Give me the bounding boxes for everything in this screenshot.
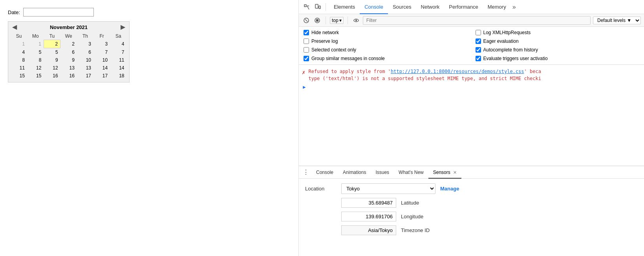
calendar-day[interactable]: 7 xyxy=(110,48,126,57)
calendar-day[interactable]: 8 xyxy=(11,56,27,64)
calendar: ◀ November 2021 ▶ Su Mo Tu We Th Fr Sa 1… xyxy=(8,21,130,82)
latitude-input[interactable] xyxy=(341,198,396,208)
calendar-day[interactable]: 11 xyxy=(11,64,27,72)
location-select[interactable]: Tokyo Berlin London Mumbai New York São … xyxy=(341,183,435,194)
error-link[interactable]: http://127.0.0.1:8000/resources/demos/st… xyxy=(391,69,524,74)
calendar-day[interactable]: 4 xyxy=(11,48,27,57)
calendar-day[interactable]: 17 xyxy=(77,72,93,80)
calendar-day[interactable]: 4 xyxy=(110,40,126,48)
toolbar-divider-2 xyxy=(326,16,326,24)
location-label: Location xyxy=(305,186,337,192)
day-header-tu: Tu xyxy=(44,33,60,40)
day-header-th: Th xyxy=(77,33,93,40)
drawer-tab-console[interactable]: Console xyxy=(311,166,338,179)
timezone-input[interactable] xyxy=(341,225,396,235)
drawer-tab-issues[interactable]: Issues xyxy=(371,166,394,179)
next-month-button[interactable]: ▶ xyxy=(119,24,127,30)
evaluate-triggers-checkbox[interactable] xyxy=(476,56,481,61)
calendar-day[interactable]: 5 xyxy=(44,48,60,57)
tab-memory[interactable]: Memory xyxy=(483,0,511,14)
sensors-tab-close[interactable]: ✕ xyxy=(453,170,457,175)
filter-input[interactable] xyxy=(365,17,589,24)
calendar-day[interactable]: 14 xyxy=(93,64,110,72)
preserve-log-label: Preserve log xyxy=(311,38,338,44)
eye-button[interactable] xyxy=(352,17,360,24)
toolbar-divider-1 xyxy=(326,3,326,11)
calendar-day[interactable]: 8 xyxy=(27,56,44,64)
calendar-day[interactable]: 15 xyxy=(27,72,44,80)
calendar-day[interactable]: 12 xyxy=(27,64,44,72)
day-header-mo: Mo xyxy=(27,33,44,40)
drawer-tab-whatsnew[interactable]: What's New xyxy=(394,166,428,179)
group-similar-checkbox[interactable] xyxy=(304,56,309,61)
day-header-su: Su xyxy=(11,33,27,40)
clear-console-button[interactable] xyxy=(302,17,311,24)
autocomplete-checkbox[interactable] xyxy=(476,47,481,53)
calendar-day[interactable]: 17 xyxy=(93,72,110,80)
calendar-day[interactable]: 1 xyxy=(11,40,27,48)
sensors-panel: Location Tokyo Berlin London Mumbai New … xyxy=(299,179,644,240)
selected-context-checkbox[interactable] xyxy=(304,47,309,53)
calendar-day[interactable]: 18 xyxy=(110,72,126,80)
devtools-tabbar: Elements Console Sources Network Perform… xyxy=(299,0,644,14)
eager-eval-checkbox[interactable] xyxy=(476,38,481,44)
preserve-log-checkbox[interactable] xyxy=(304,38,309,44)
eager-eval-row: Eager evaluation xyxy=(476,38,640,44)
calendar-day[interactable]: 6 xyxy=(77,48,93,57)
calendar-day[interactable]: 13 xyxy=(60,64,77,72)
drawer-tab-sensors[interactable]: Sensors ✕ xyxy=(428,166,461,179)
log-xml-label: Log XMLHttpRequests xyxy=(483,30,531,35)
filter-box xyxy=(363,16,591,25)
calendar-day[interactable]: 5 xyxy=(27,48,44,57)
manage-button[interactable]: Manage xyxy=(440,186,459,192)
longitude-label: Longitude xyxy=(401,214,423,219)
device-toolbar-button[interactable] xyxy=(313,2,322,12)
bottom-drawer: ⋮ Console Animations Issues What's New S… xyxy=(299,166,644,256)
calendar-day[interactable]: 1 xyxy=(27,40,44,48)
svg-point-8 xyxy=(355,20,357,21)
calendar-day[interactable]: 10 xyxy=(93,56,110,64)
tab-console[interactable]: Console xyxy=(360,0,388,14)
drawer-tab-animations[interactable]: Animations xyxy=(338,166,371,179)
prev-month-button[interactable]: ◀ xyxy=(11,24,18,30)
error-icon: ✗ xyxy=(302,68,305,82)
toolbar-divider-3 xyxy=(348,16,348,24)
calendar-day[interactable]: 7 xyxy=(93,48,110,57)
tab-elements[interactable]: Elements xyxy=(329,0,360,14)
inspect-element-button[interactable] xyxy=(302,2,311,12)
top-selector[interactable]: top ▾ xyxy=(330,17,344,24)
calendar-day[interactable]: 16 xyxy=(44,72,60,80)
evaluate-triggers-row: Evaluate triggers user activatio xyxy=(476,56,640,61)
calendar-day[interactable]: 12 xyxy=(44,64,60,72)
autocomplete-row: Autocomplete from history xyxy=(476,47,640,53)
more-tabs-button[interactable]: » xyxy=(511,4,518,11)
calendar-day[interactable]: 3 xyxy=(77,40,93,48)
tab-sources[interactable]: Sources xyxy=(388,0,416,14)
drawer-menu-button[interactable]: ⋮ xyxy=(300,166,311,179)
checkboxes-panel: Hide network Preserve log Selected conte… xyxy=(299,27,644,65)
calendar-day[interactable]: 9 xyxy=(60,56,77,64)
tab-network[interactable]: Network xyxy=(416,0,445,14)
tab-performance[interactable]: Performance xyxy=(444,0,483,14)
calendar-day[interactable]: 11 xyxy=(110,56,126,64)
calendar-day[interactable]: 16 xyxy=(60,72,77,80)
stop-button[interactable] xyxy=(313,17,322,24)
date-input[interactable] xyxy=(23,8,94,16)
log-xml-checkbox[interactable] xyxy=(476,30,481,35)
calendar-day[interactable]: 2 xyxy=(60,40,77,48)
calendar-day[interactable]: 14 xyxy=(110,64,126,72)
calendar-day[interactable]: 13 xyxy=(77,64,93,72)
latitude-row: Latitude xyxy=(341,198,638,208)
calendar-day[interactable]: 9 xyxy=(44,56,60,64)
selected-context-row: Selected context only xyxy=(304,47,468,53)
calendar-day[interactable]: 2 xyxy=(44,40,60,48)
expand-arrow[interactable]: ► xyxy=(302,84,641,91)
calendar-day[interactable]: 6 xyxy=(60,48,77,57)
location-row: Location Tokyo Berlin London Mumbai New … xyxy=(305,183,638,194)
longitude-input[interactable] xyxy=(341,212,396,221)
calendar-day[interactable]: 10 xyxy=(77,56,93,64)
default-levels-select[interactable]: Default levels ▼ xyxy=(593,16,641,24)
hide-network-checkbox[interactable] xyxy=(304,30,309,35)
calendar-day[interactable]: 3 xyxy=(93,40,110,48)
calendar-day[interactable]: 15 xyxy=(11,72,27,80)
